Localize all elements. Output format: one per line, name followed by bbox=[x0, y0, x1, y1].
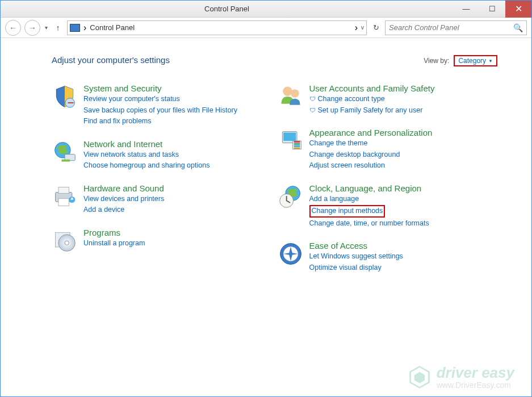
history-dropdown-icon[interactable]: ▾ bbox=[44, 24, 49, 31]
svg-rect-3 bbox=[62, 159, 70, 161]
category-link[interactable]: Adjust screen resolution bbox=[309, 161, 433, 171]
forward-button[interactable]: → bbox=[24, 20, 40, 36]
svg-point-12 bbox=[291, 89, 299, 98]
viewby-select[interactable]: Category ▼ bbox=[454, 55, 497, 66]
category-link[interactable]: Optimize visual display bbox=[309, 263, 403, 273]
window-buttons: — ☐ ✕ bbox=[453, 1, 531, 18]
minimize-button[interactable]: — bbox=[453, 1, 479, 18]
up-button[interactable]: ↑ bbox=[52, 22, 64, 34]
maximize-button[interactable]: ☐ bbox=[479, 1, 505, 18]
address-drop-icon[interactable]: v bbox=[361, 24, 364, 31]
printer-icon bbox=[52, 183, 78, 210]
category-link[interactable]: Save backup copies of your files with Fi… bbox=[83, 106, 237, 116]
category-title[interactable]: Ease of Access bbox=[309, 241, 403, 250]
category-link[interactable]: Let Windows suggest settings bbox=[309, 252, 403, 262]
category-network-internet: Network and Internet View network status… bbox=[52, 139, 272, 171]
address-bar[interactable]: › Control Panel › v bbox=[67, 20, 367, 35]
category-title[interactable]: Network and Internet bbox=[83, 139, 210, 149]
globe-network-icon bbox=[52, 139, 78, 165]
window-title: Control Panel bbox=[1, 5, 453, 13]
category-link[interactable]: Add a device bbox=[83, 205, 164, 215]
viewby-wrap: View by: Category ▼ bbox=[424, 55, 497, 66]
category-title[interactable]: System and Security bbox=[83, 83, 237, 93]
watermark-brand: driver easy bbox=[437, 365, 514, 380]
category-title[interactable]: User Accounts and Family Safety bbox=[309, 83, 435, 93]
control-panel-icon bbox=[70, 24, 80, 32]
search-input[interactable] bbox=[389, 23, 513, 32]
breadcrumb-separator: › bbox=[83, 23, 86, 33]
svg-point-10 bbox=[65, 241, 69, 245]
svg-rect-6 bbox=[58, 198, 69, 206]
category-link[interactable]: Change account type bbox=[309, 94, 435, 105]
category-link[interactable]: Change desktop background bbox=[309, 150, 433, 160]
ease-of-access-icon bbox=[278, 241, 304, 267]
clock-globe-icon bbox=[278, 183, 304, 210]
category-link[interactable]: Change the theme bbox=[309, 139, 433, 149]
category-user-accounts: User Accounts and Family Safety Change a… bbox=[278, 83, 498, 115]
category-link[interactable]: View network status and tasks bbox=[83, 150, 210, 160]
chevron-down-icon: ▼ bbox=[488, 58, 493, 64]
category-link[interactable]: Set up Family Safety for any user bbox=[309, 106, 435, 116]
back-button[interactable]: ← bbox=[5, 20, 21, 36]
category-link[interactable]: Change date, time, or number formats bbox=[309, 219, 429, 229]
category-link[interactable]: Uninstall a program bbox=[83, 239, 145, 249]
drivereasy-logo-icon bbox=[407, 365, 432, 390]
right-column: User Accounts and Family Safety Change a… bbox=[278, 83, 498, 273]
watermark: driver easy www.DriverEasy.com bbox=[407, 365, 514, 390]
svg-rect-14 bbox=[283, 132, 296, 141]
category-link[interactable]: Add a language bbox=[309, 194, 429, 204]
left-column: System and Security Review your computer… bbox=[52, 83, 272, 273]
titlebar: Control Panel — ☐ ✕ bbox=[1, 1, 531, 18]
watermark-url: www.DriverEasy.com bbox=[437, 381, 514, 389]
category-programs: Programs Uninstall a program bbox=[52, 228, 272, 254]
category-link[interactable]: Review your computer's status bbox=[83, 94, 237, 105]
content: Adjust your computer's settings View by:… bbox=[1, 38, 531, 396]
category-system-security: System and Security Review your computer… bbox=[52, 83, 272, 127]
breadcrumb-separator: › bbox=[355, 23, 358, 33]
disc-icon bbox=[52, 228, 78, 254]
refresh-button[interactable]: ↻ bbox=[370, 22, 382, 34]
category-link[interactable]: Find and fix problems bbox=[83, 116, 237, 127]
close-button[interactable]: ✕ bbox=[505, 1, 531, 18]
columns: System and Security Review your computer… bbox=[52, 83, 497, 273]
category-title[interactable]: Programs bbox=[83, 228, 145, 237]
viewby-label: View by: bbox=[424, 57, 449, 65]
toolbar: ← → ▾ ↑ › Control Panel › v ↻ 🔍 bbox=[1, 18, 531, 38]
svg-marker-20 bbox=[414, 372, 425, 383]
svg-rect-5 bbox=[58, 187, 69, 193]
category-link[interactable]: View devices and printers bbox=[83, 194, 164, 204]
svg-point-11 bbox=[283, 87, 292, 97]
category-link[interactable]: Choose homegroup and sharing options bbox=[83, 161, 210, 171]
category-title[interactable]: Clock, Language, and Region bbox=[309, 183, 429, 193]
page-title: Adjust your computer's settings bbox=[52, 55, 170, 65]
category-hardware-sound: Hardware and Sound View devices and prin… bbox=[52, 183, 272, 215]
breadcrumb[interactable]: Control Panel bbox=[90, 23, 351, 32]
personalization-icon bbox=[278, 128, 304, 154]
users-icon bbox=[278, 83, 304, 110]
category-clock-language: Clock, Language, and Region Add a langua… bbox=[278, 183, 498, 229]
link-change-input-methods[interactable]: Change input methods bbox=[309, 205, 386, 218]
category-ease-of-access: Ease of Access Let Windows suggest setti… bbox=[278, 241, 498, 273]
viewby-value: Category bbox=[458, 57, 486, 65]
category-title[interactable]: Appearance and Personalization bbox=[309, 128, 433, 137]
settings-header: Adjust your computer's settings View by:… bbox=[52, 55, 497, 66]
search-icon[interactable]: 🔍 bbox=[513, 23, 523, 32]
shield-icon bbox=[52, 83, 78, 110]
search-box: 🔍 bbox=[385, 20, 527, 35]
category-appearance: Appearance and Personalization Change th… bbox=[278, 128, 498, 171]
category-title[interactable]: Hardware and Sound bbox=[83, 183, 164, 193]
